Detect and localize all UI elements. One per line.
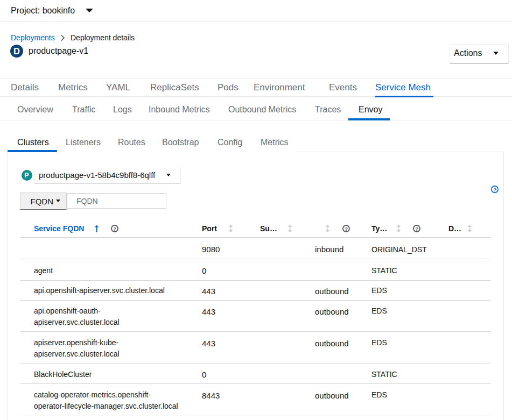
svg-text:?: ?	[493, 187, 496, 193]
svg-text:?: ?	[345, 225, 348, 231]
svg-text:?: ?	[415, 225, 418, 231]
svg-text:?: ?	[113, 225, 116, 231]
